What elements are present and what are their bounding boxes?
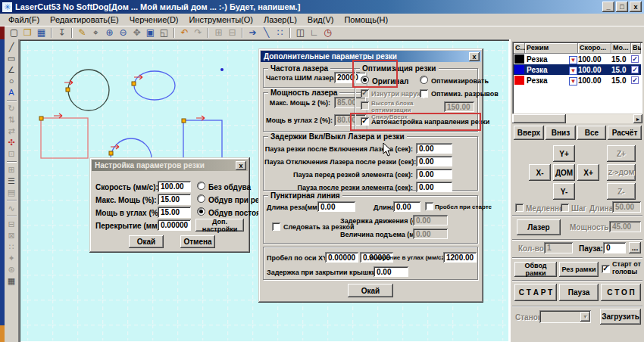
layer-row-2[interactable]: Резка▼100.0015.0✓ (514, 75, 641, 86)
block-height-field[interactable]: 150.00 (444, 101, 474, 112)
array-grid-icon[interactable]: ∷ (5, 241, 17, 253)
draw-test-line-icon[interactable]: ╲ (260, 27, 273, 39)
max-power-field[interactable]: 15.00 (158, 194, 191, 205)
jog-z-plus-button[interactable]: Z+ (607, 145, 636, 162)
maximize-button[interactable]: □ (616, 2, 628, 12)
slow-checkbox[interactable] (515, 204, 524, 212)
start-button[interactable]: С Т А Р Т (514, 284, 557, 301)
length-field[interactable]: 50.00 (612, 201, 641, 213)
layers-col-header-4[interactable]: Выво (631, 43, 641, 54)
start-point-marker[interactable] (132, 82, 136, 86)
layer-power-cell[interactable]: 15.0 (611, 76, 631, 85)
inside-out-checkbox[interactable]: ✓ (361, 89, 369, 98)
save-icon[interactable]: ▦ (35, 27, 48, 39)
follow-cut-checkbox[interactable] (272, 222, 280, 231)
power-field[interactable]: 45.00 (609, 221, 641, 232)
draw-text-icon[interactable]: A (5, 87, 17, 98)
mirror-horizontal-icon[interactable]: ⇄ (5, 126, 17, 137)
new-file-icon[interactable]: ▢ (8, 27, 20, 39)
menu-item-1[interactable]: Редактировать(E) (45, 14, 124, 25)
overlap-field[interactable]: 0.00000 (158, 219, 191, 231)
delay-field-2[interactable]: 0.00 (416, 169, 452, 179)
frame-cut-button[interactable]: Рез рамки (559, 262, 599, 277)
more-options-button[interactable]: ... (629, 242, 641, 253)
dash-length-field[interactable]: 0.00 (317, 201, 355, 212)
home-button[interactable]: ДОМ (553, 164, 575, 181)
scroll-right-icon[interactable]: ► (633, 114, 642, 123)
speed-field[interactable]: 100.00 (158, 181, 191, 192)
undo-icon[interactable]: ↶ (178, 27, 191, 39)
advanced-ok-button[interactable]: Окай (348, 284, 393, 297)
mode-dropdown-icon[interactable]: ▼ (569, 67, 577, 75)
align-a-icon[interactable]: ⊟ (5, 219, 17, 230)
delay-field-0[interactable]: 0.00 (416, 143, 452, 154)
combine-icon[interactable]: ⊛ (5, 264, 17, 275)
group-icon[interactable]: ⊞ (212, 27, 225, 39)
layer-row-1[interactable]: Резка▼100.0015.0✓ (514, 64, 641, 75)
layer-up-button[interactable]: Вверх (514, 126, 544, 140)
preview-icon[interactable]: ◫ (294, 27, 307, 39)
layers-col-header-0[interactable]: С... (514, 43, 525, 54)
menu-item-0[interactable]: Файл(F) (3, 14, 45, 25)
block-height-checkbox[interactable] (361, 101, 369, 110)
offset-icon[interactable]: ✦ (5, 253, 17, 264)
start-point-marker[interactable] (182, 119, 186, 123)
advanced-settings-button[interactable]: Доп. настройки (195, 219, 244, 232)
open-folder-icon[interactable]: ❒ (21, 27, 34, 39)
layer-speed-cell[interactable]: 100.00 (578, 76, 611, 85)
optimize-radio[interactable] (420, 76, 428, 84)
simulate-icon[interactable]: ➔ (246, 27, 259, 39)
align-b-icon[interactable]: ⊠ (5, 230, 17, 241)
measure-icon[interactable]: ∟ (308, 27, 320, 39)
layer-down-button[interactable]: Вниз (546, 126, 576, 140)
load-button[interactable]: Загрузить (600, 309, 641, 325)
cut-params-close-icon[interactable]: x (236, 161, 246, 170)
pan-hand-icon[interactable]: ✥ (130, 27, 143, 39)
layer-mode-cell[interactable]: Резка▼ (525, 55, 578, 64)
draw-polyline-icon[interactable]: ∠ (5, 64, 17, 76)
jog-z-minus-button[interactable]: Z- (607, 183, 636, 200)
select-all-button[interactable]: Все (577, 126, 606, 140)
no-air-radio[interactable] (197, 182, 205, 190)
start-point-marker[interactable] (39, 117, 43, 120)
jog-y-plus-button[interactable]: Y+ (553, 145, 575, 162)
dash-length2-field[interactable]: 0.00 (393, 201, 420, 212)
layer-row-0[interactable]: Резка▼100.0015.0✓ (514, 54, 641, 64)
edit-nodes-icon[interactable]: ✣ (5, 137, 17, 148)
pick-point-icon[interactable]: ⌖ (89, 27, 102, 39)
jog-x-minus-button[interactable]: X- (529, 164, 551, 181)
mode-dropdown-icon[interactable]: ▼ (569, 56, 577, 64)
corner-power-field[interactable]: 15.00 (158, 207, 191, 218)
layer-output-checkbox[interactable]: ✓ (631, 66, 639, 73)
menu-item-6[interactable]: Помощь(H) (339, 14, 393, 25)
start-point-marker[interactable] (66, 88, 70, 92)
layer-mode-cell[interactable]: Резка▼ (525, 66, 578, 74)
mirror-vertical-icon[interactable]: ⇅ (5, 114, 17, 126)
minimize-button[interactable]: _ (602, 2, 614, 12)
air-on-cut-radio[interactable] (197, 194, 205, 203)
menu-item-5[interactable]: Вид(V) (302, 14, 339, 25)
layer-output-checkbox[interactable]: ✓ (631, 76, 639, 84)
layer-color-swatch[interactable] (514, 76, 524, 85)
rotate-icon[interactable]: ↻ (5, 103, 17, 114)
layer-mode-cell[interactable]: Резка▼ (525, 76, 578, 85)
import-icon[interactable]: ↧ (55, 27, 68, 39)
close-button[interactable]: x (630, 2, 642, 12)
move-delay-field[interactable]: 0.00 (413, 215, 448, 225)
pause-button[interactable]: Пауза (559, 284, 599, 301)
advanced-dialog-close-icon[interactable]: x (469, 52, 480, 61)
air-always-radio[interactable] (197, 207, 205, 216)
layers-col-header-1[interactable]: Режим (525, 43, 578, 54)
calculate-button[interactable]: Расчёт (608, 126, 642, 140)
draw-ellipse-icon[interactable]: ○ (5, 76, 17, 87)
menu-item-4[interactable]: Лазер(L) (258, 14, 302, 25)
order-stack-icon[interactable]: ☰ (5, 176, 17, 187)
z-home-button[interactable]: Z->ДОМ (607, 164, 636, 181)
draw-rectangle-icon[interactable]: ▭ (5, 53, 17, 64)
params-cancel-button[interactable]: Отмена (180, 235, 215, 248)
layers-table[interactable]: С...РежимСкоро...Мо...Выво Резка▼100.001… (512, 42, 642, 113)
ungroup-icon[interactable]: ⊟ (226, 27, 239, 39)
stop-button[interactable]: С Т О П (601, 284, 641, 301)
time-estimate-icon[interactable]: ◷ (321, 27, 334, 39)
menu-item-2[interactable]: Черчение(D) (124, 14, 184, 25)
